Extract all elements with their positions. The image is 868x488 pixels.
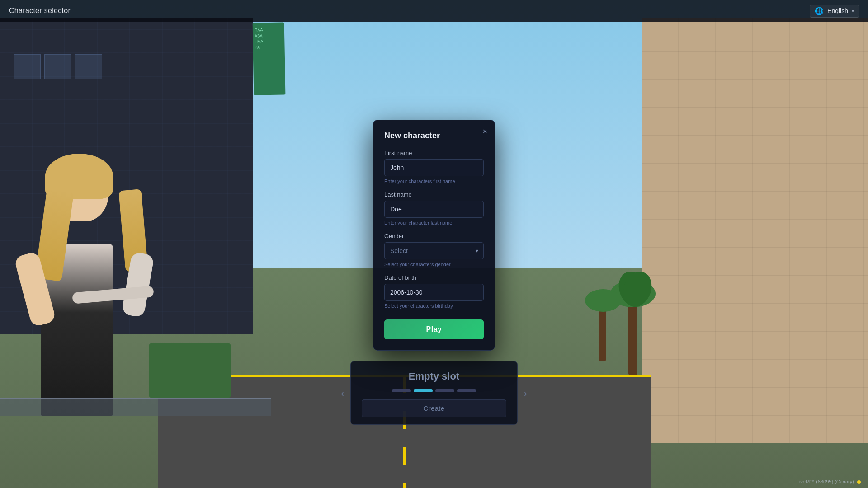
gender-label: Gender	[384, 233, 484, 239]
first-name-group: First name Enter your characters first n…	[384, 150, 484, 184]
first-name-input[interactable]	[384, 159, 484, 176]
gender-select[interactable]: Select Male Female Other	[384, 242, 484, 259]
gender-hint: Select your characters gender	[384, 262, 484, 267]
last-name-group: Last name Enter your character last name	[384, 191, 484, 225]
dob-label: Date of birth	[384, 274, 484, 281]
new-character-modal: New character × First name Enter your ch…	[373, 120, 495, 351]
last-name-input[interactable]	[384, 201, 484, 218]
modal-close-button[interactable]: ×	[482, 127, 487, 136]
last-name-hint: Enter your character last name	[384, 220, 484, 225]
first-name-label: First name	[384, 150, 484, 156]
gender-group: Gender Select Male Female Other ▾ Select…	[384, 233, 484, 267]
dob-input[interactable]	[384, 284, 484, 301]
gender-select-wrapper: Select Male Female Other ▾	[384, 242, 484, 259]
modal-overlay: New character × First name Enter your ch…	[0, 0, 868, 488]
dob-hint: Select your characters birthday	[384, 303, 484, 309]
dob-group: Date of birth Select your characters bir…	[384, 274, 484, 309]
last-name-label: Last name	[384, 191, 484, 198]
play-button[interactable]: Play	[384, 319, 484, 339]
first-name-hint: Enter your characters first name	[384, 178, 484, 184]
modal-title: New character	[384, 131, 484, 141]
